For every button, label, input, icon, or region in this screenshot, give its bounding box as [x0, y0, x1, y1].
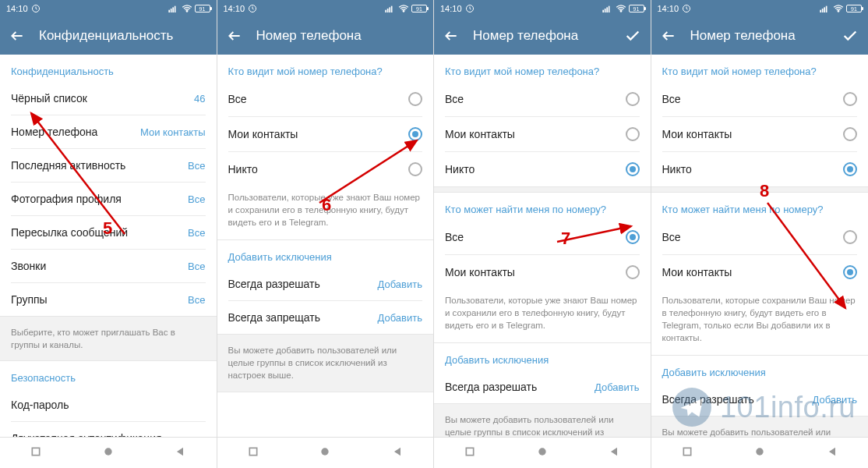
nav-bar	[651, 437, 869, 468]
nav-recent-icon[interactable]	[247, 445, 259, 461]
nav-recent-icon[interactable]	[30, 445, 42, 461]
panel-phone-2: 14:10 91 Номер телефона Кто видит мой но…	[434, 0, 651, 468]
section-privacy: Конфиденциальность	[0, 55, 217, 82]
radio-find-all[interactable]: Все	[651, 220, 869, 254]
panel-phone-3: 14:10 91 Номер телефона Кто видит мой но…	[651, 0, 869, 468]
svg-rect-11	[389, 7, 390, 12]
svg-point-31	[756, 448, 763, 455]
app-bar: Номер телефона	[434, 17, 651, 55]
nav-recent-icon[interactable]	[681, 445, 693, 461]
status-bar: 14:10 91	[651, 0, 869, 17]
nav-recent-icon[interactable]	[464, 445, 476, 461]
svg-point-7	[104, 448, 111, 455]
radio-nobody[interactable]: Никто	[217, 152, 434, 186]
svg-rect-1	[168, 10, 170, 12]
section-who-sees: Кто видит мой номер телефона?	[651, 55, 869, 82]
row-twostep[interactable]: Двухэтапная аутентификация	[0, 422, 217, 437]
svg-point-29	[838, 11, 839, 12]
section-find: Кто может найти меня по номеру?	[651, 193, 869, 220]
screen-title: Номер телефона	[256, 28, 425, 44]
nav-home-icon[interactable]	[753, 445, 766, 461]
status-bar: 14:10 91	[0, 0, 217, 17]
row-always-allow[interactable]: Всегда разрешатьДобавить	[651, 383, 869, 416]
nav-back-icon[interactable]	[174, 445, 186, 461]
svg-rect-25	[820, 10, 821, 12]
radio-everybody[interactable]: Все	[434, 82, 651, 116]
radio-contacts[interactable]: Мои контакты	[217, 117, 434, 151]
screen-title: Номер телефона	[690, 28, 828, 44]
svg-point-5	[186, 11, 188, 12]
nav-home-icon[interactable]	[319, 445, 331, 461]
section-who-sees: Кто видит мой номер телефона?	[217, 55, 434, 82]
hint-find: Пользователи, которые сохранили Ваш номе…	[651, 289, 869, 355]
row-lastseen[interactable]: Последняя активностьВсе	[0, 149, 217, 182]
hint-groups: Выберите, кто может приглашать Вас в гру…	[0, 316, 217, 361]
row-always-allow[interactable]: Всегда разрешатьДобавить	[434, 370, 651, 403]
screen-title: Номер телефона	[473, 28, 610, 44]
back-icon[interactable]	[443, 28, 459, 44]
radio-everybody[interactable]: Все	[217, 82, 434, 116]
svg-rect-18	[604, 9, 605, 12]
radio-nobody[interactable]: Никто	[434, 152, 651, 186]
section-exceptions: Добавить исключения	[651, 356, 869, 383]
radio-find-contacts[interactable]: Мои контакты	[651, 255, 869, 289]
status-bar: 14:10 91	[434, 0, 651, 17]
nav-home-icon[interactable]	[536, 445, 549, 461]
svg-rect-10	[387, 9, 389, 12]
row-groups[interactable]: ГруппыВсе	[0, 283, 217, 316]
row-calls[interactable]: ЗвонкиВсе	[0, 250, 217, 282]
svg-rect-14	[249, 448, 256, 455]
row-blacklist[interactable]: Чёрный список46	[0, 82, 217, 115]
svg-rect-12	[391, 6, 393, 12]
svg-rect-6	[33, 448, 40, 455]
section-security: Безопасность	[0, 361, 217, 388]
row-phone[interactable]: Номер телефонаМои контакты	[0, 115, 217, 148]
svg-point-23	[538, 448, 545, 455]
svg-rect-28	[826, 6, 827, 12]
nav-back-icon[interactable]	[391, 445, 404, 461]
svg-point-13	[403, 11, 404, 12]
hint-find: Пользователи, которые уже знают Ваш номе…	[434, 289, 651, 342]
radio-everybody[interactable]: Все	[651, 82, 869, 116]
back-icon[interactable]	[661, 28, 676, 44]
radio-nobody[interactable]: Никто	[651, 152, 869, 186]
section-find: Кто может найти меня по номеру?	[434, 193, 651, 220]
hint-who: Пользователи, которые уже знают Ваш номе…	[217, 186, 434, 239]
svg-rect-4	[174, 6, 175, 12]
nav-home-icon[interactable]	[102, 445, 115, 461]
confirm-icon[interactable]	[842, 27, 859, 44]
panel-privacy: 14:10 91 Конфиденциальность Конфиденциал…	[0, 0, 217, 468]
back-icon[interactable]	[9, 28, 25, 44]
radio-find-contacts[interactable]: Мои контакты	[434, 255, 651, 289]
back-icon[interactable]	[227, 28, 242, 44]
row-always-deny[interactable]: Всегда запрещатьДобавить	[217, 301, 434, 334]
radio-contacts[interactable]: Мои контакты	[651, 117, 869, 151]
nav-back-icon[interactable]	[608, 445, 620, 461]
svg-point-21	[620, 11, 622, 12]
svg-rect-19	[606, 7, 608, 12]
nav-bar	[0, 437, 217, 468]
section-exceptions: Добавить исключения	[434, 343, 651, 370]
svg-point-15	[322, 448, 329, 455]
svg-rect-22	[467, 448, 474, 455]
app-bar: Номер телефона	[217, 17, 434, 55]
screen-title: Конфиденциальность	[39, 28, 207, 44]
section-exceptions: Добавить исключения	[217, 240, 434, 268]
svg-rect-20	[608, 6, 609, 12]
row-passcode[interactable]: Код-пароль	[0, 388, 217, 421]
row-photo[interactable]: Фотография профиляВсе	[0, 183, 217, 215]
row-forward[interactable]: Пересылка сообщенийВсе	[0, 216, 217, 249]
row-always-allow[interactable]: Всегда разрешатьДобавить	[217, 268, 434, 300]
nav-bar	[217, 437, 434, 468]
svg-rect-27	[824, 7, 825, 12]
hint-exceptions: Вы можете добавить пользователей или цел…	[217, 334, 434, 392]
section-who-sees: Кто видит мой номер телефона?	[434, 55, 651, 82]
radio-contacts[interactable]: Мои контакты	[434, 117, 651, 151]
svg-rect-26	[822, 9, 824, 12]
confirm-icon[interactable]	[624, 27, 641, 44]
svg-rect-2	[170, 9, 171, 12]
hint-exceptions: Вы можете добавить пользователей или цел…	[434, 403, 651, 437]
svg-rect-3	[172, 7, 174, 12]
radio-find-all[interactable]: Все	[434, 220, 651, 254]
nav-back-icon[interactable]	[826, 445, 838, 461]
